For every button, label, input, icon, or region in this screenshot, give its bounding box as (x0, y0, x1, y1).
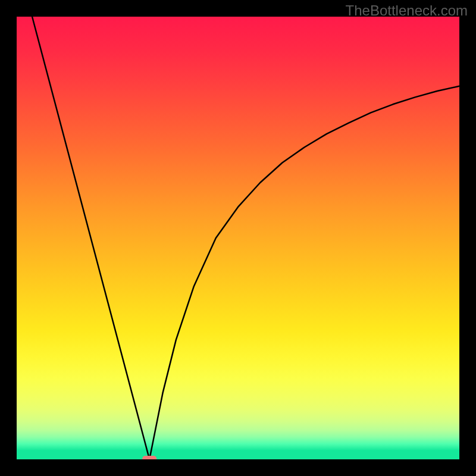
svg-rect-0 (17, 17, 459, 459)
chart-svg (0, 0, 476, 476)
svg-rect-4 (0, 0, 17, 476)
svg-rect-5 (459, 0, 476, 476)
watermark-text: TheBottleneck.com (346, 2, 468, 19)
svg-rect-3 (0, 459, 476, 476)
bottleneck-chart: TheBottleneck.com (0, 0, 476, 476)
